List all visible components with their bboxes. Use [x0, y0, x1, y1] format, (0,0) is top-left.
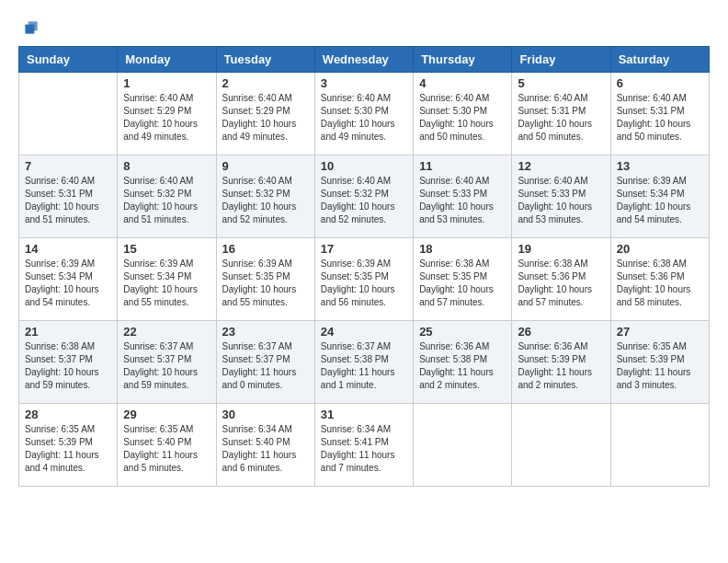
- logo-icon: [22, 18, 40, 37]
- day-of-week-header: Wednesday: [314, 47, 413, 73]
- day-number: 3: [321, 76, 407, 90]
- day-number: 10: [321, 159, 407, 173]
- calendar-cell: 6Sunrise: 6:40 AM Sunset: 5:31 PM Daylig…: [610, 73, 709, 155]
- calendar-cell: 9Sunrise: 6:40 AM Sunset: 5:32 PM Daylig…: [216, 155, 314, 238]
- calendar-week-row: 7Sunrise: 6:40 AM Sunset: 5:31 PM Daylig…: [19, 155, 710, 238]
- day-number: 25: [419, 325, 506, 339]
- calendar-cell: 19Sunrise: 6:38 AM Sunset: 5:36 PM Dayli…: [512, 238, 610, 321]
- page-header: [18, 18, 710, 37]
- calendar-cell: [512, 404, 610, 487]
- day-info: Sunrise: 6:40 AM Sunset: 5:32 PM Dayligh…: [321, 175, 407, 226]
- day-number: 13: [617, 159, 703, 173]
- calendar-table: SundayMondayTuesdayWednesdayThursdayFrid…: [18, 46, 710, 487]
- calendar-week-row: 21Sunrise: 6:38 AM Sunset: 5:37 PM Dayli…: [19, 321, 710, 404]
- day-number: 15: [123, 242, 210, 256]
- calendar-cell: 12Sunrise: 6:40 AM Sunset: 5:33 PM Dayli…: [512, 155, 610, 238]
- day-number: 17: [321, 242, 407, 256]
- day-number: 4: [419, 76, 506, 90]
- day-number: 12: [518, 159, 604, 173]
- calendar-cell: 18Sunrise: 6:38 AM Sunset: 5:35 PM Dayli…: [414, 238, 512, 321]
- day-number: 18: [419, 242, 506, 256]
- day-number: 16: [222, 242, 309, 256]
- day-info: Sunrise: 6:40 AM Sunset: 5:32 PM Dayligh…: [222, 175, 309, 226]
- calendar-cell: 30Sunrise: 6:34 AM Sunset: 5:40 PM Dayli…: [216, 404, 314, 487]
- day-number: 19: [518, 242, 604, 256]
- calendar-cell: 7Sunrise: 6:40 AM Sunset: 5:31 PM Daylig…: [19, 155, 118, 238]
- day-number: 2: [222, 76, 309, 90]
- calendar-cell: 26Sunrise: 6:36 AM Sunset: 5:39 PM Dayli…: [512, 321, 610, 404]
- day-info: Sunrise: 6:40 AM Sunset: 5:31 PM Dayligh…: [518, 92, 604, 144]
- day-info: Sunrise: 6:39 AM Sunset: 5:34 PM Dayligh…: [123, 258, 210, 309]
- day-info: Sunrise: 6:39 AM Sunset: 5:34 PM Dayligh…: [617, 175, 703, 226]
- calendar-week-row: 14Sunrise: 6:39 AM Sunset: 5:34 PM Dayli…: [19, 238, 710, 321]
- calendar-cell: 20Sunrise: 6:38 AM Sunset: 5:36 PM Dayli…: [610, 238, 709, 321]
- day-info: Sunrise: 6:40 AM Sunset: 5:29 PM Dayligh…: [222, 92, 309, 144]
- svg-marker-1: [25, 25, 34, 34]
- day-info: Sunrise: 6:35 AM Sunset: 5:40 PM Dayligh…: [123, 423, 210, 475]
- calendar-cell: 15Sunrise: 6:39 AM Sunset: 5:34 PM Dayli…: [118, 238, 216, 321]
- day-info: Sunrise: 6:40 AM Sunset: 5:33 PM Dayligh…: [518, 175, 604, 226]
- calendar-cell: 29Sunrise: 6:35 AM Sunset: 5:40 PM Dayli…: [118, 404, 216, 487]
- day-info: Sunrise: 6:40 AM Sunset: 5:30 PM Dayligh…: [321, 92, 407, 144]
- day-of-week-header: Saturday: [610, 47, 709, 73]
- day-info: Sunrise: 6:39 AM Sunset: 5:35 PM Dayligh…: [222, 258, 309, 309]
- logo: [18, 18, 40, 37]
- calendar-cell: 28Sunrise: 6:35 AM Sunset: 5:39 PM Dayli…: [19, 404, 118, 487]
- calendar-cell: 17Sunrise: 6:39 AM Sunset: 5:35 PM Dayli…: [314, 238, 413, 321]
- day-info: Sunrise: 6:38 AM Sunset: 5:37 PM Dayligh…: [25, 340, 111, 392]
- calendar-cell: 5Sunrise: 6:40 AM Sunset: 5:31 PM Daylig…: [512, 73, 610, 155]
- day-info: Sunrise: 6:35 AM Sunset: 5:39 PM Dayligh…: [25, 423, 111, 475]
- day-number: 14: [25, 242, 111, 256]
- calendar-cell: 14Sunrise: 6:39 AM Sunset: 5:34 PM Dayli…: [19, 238, 118, 321]
- day-info: Sunrise: 6:34 AM Sunset: 5:40 PM Dayligh…: [222, 423, 309, 475]
- calendar-header-row: SundayMondayTuesdayWednesdayThursdayFrid…: [19, 47, 710, 73]
- day-info: Sunrise: 6:38 AM Sunset: 5:35 PM Dayligh…: [419, 258, 506, 309]
- day-number: 6: [617, 76, 703, 90]
- calendar-week-row: 1Sunrise: 6:40 AM Sunset: 5:29 PM Daylig…: [19, 73, 710, 155]
- day-number: 11: [419, 159, 506, 173]
- calendar-cell: 11Sunrise: 6:40 AM Sunset: 5:33 PM Dayli…: [414, 155, 512, 238]
- calendar-cell: 27Sunrise: 6:35 AM Sunset: 5:39 PM Dayli…: [610, 321, 709, 404]
- day-info: Sunrise: 6:38 AM Sunset: 5:36 PM Dayligh…: [617, 258, 703, 309]
- day-info: Sunrise: 6:34 AM Sunset: 5:41 PM Dayligh…: [321, 423, 407, 475]
- calendar-cell: 23Sunrise: 6:37 AM Sunset: 5:37 PM Dayli…: [216, 321, 314, 404]
- calendar-cell: 1Sunrise: 6:40 AM Sunset: 5:29 PM Daylig…: [118, 73, 216, 155]
- day-of-week-header: Sunday: [19, 47, 118, 73]
- calendar-cell: [610, 404, 709, 487]
- calendar-cell: 4Sunrise: 6:40 AM Sunset: 5:30 PM Daylig…: [414, 73, 512, 155]
- calendar-cell: [19, 73, 118, 155]
- day-of-week-header: Tuesday: [216, 47, 314, 73]
- day-number: 5: [518, 76, 604, 90]
- calendar-cell: [414, 404, 512, 487]
- day-number: 7: [25, 159, 111, 173]
- day-info: Sunrise: 6:40 AM Sunset: 5:33 PM Dayligh…: [419, 175, 506, 226]
- day-info: Sunrise: 6:40 AM Sunset: 5:32 PM Dayligh…: [123, 175, 210, 226]
- day-number: 30: [222, 408, 309, 421]
- day-number: 28: [25, 408, 111, 421]
- day-number: 24: [321, 325, 407, 339]
- calendar-cell: 3Sunrise: 6:40 AM Sunset: 5:30 PM Daylig…: [314, 73, 413, 155]
- calendar-cell: 22Sunrise: 6:37 AM Sunset: 5:37 PM Dayli…: [118, 321, 216, 404]
- calendar-cell: 24Sunrise: 6:37 AM Sunset: 5:38 PM Dayli…: [314, 321, 413, 404]
- calendar-cell: 10Sunrise: 6:40 AM Sunset: 5:32 PM Dayli…: [314, 155, 413, 238]
- calendar-cell: 2Sunrise: 6:40 AM Sunset: 5:29 PM Daylig…: [216, 73, 314, 155]
- day-info: Sunrise: 6:39 AM Sunset: 5:34 PM Dayligh…: [25, 258, 111, 309]
- calendar-cell: 8Sunrise: 6:40 AM Sunset: 5:32 PM Daylig…: [118, 155, 216, 238]
- day-info: Sunrise: 6:40 AM Sunset: 5:31 PM Dayligh…: [25, 175, 111, 226]
- day-number: 9: [222, 159, 309, 173]
- calendar-cell: 25Sunrise: 6:36 AM Sunset: 5:38 PM Dayli…: [414, 321, 512, 404]
- day-info: Sunrise: 6:40 AM Sunset: 5:29 PM Dayligh…: [123, 92, 210, 144]
- day-info: Sunrise: 6:39 AM Sunset: 5:35 PM Dayligh…: [321, 258, 407, 309]
- calendar-week-row: 28Sunrise: 6:35 AM Sunset: 5:39 PM Dayli…: [19, 404, 710, 487]
- day-info: Sunrise: 6:37 AM Sunset: 5:37 PM Dayligh…: [222, 340, 309, 392]
- calendar-cell: 31Sunrise: 6:34 AM Sunset: 5:41 PM Dayli…: [314, 404, 413, 487]
- day-of-week-header: Monday: [118, 47, 216, 73]
- day-number: 22: [123, 325, 210, 339]
- day-info: Sunrise: 6:37 AM Sunset: 5:37 PM Dayligh…: [123, 340, 210, 392]
- calendar-cell: 16Sunrise: 6:39 AM Sunset: 5:35 PM Dayli…: [216, 238, 314, 321]
- day-info: Sunrise: 6:38 AM Sunset: 5:36 PM Dayligh…: [518, 258, 604, 309]
- day-of-week-header: Friday: [512, 47, 610, 73]
- day-number: 8: [123, 159, 210, 173]
- day-info: Sunrise: 6:37 AM Sunset: 5:38 PM Dayligh…: [321, 340, 407, 392]
- day-info: Sunrise: 6:36 AM Sunset: 5:39 PM Dayligh…: [518, 340, 604, 392]
